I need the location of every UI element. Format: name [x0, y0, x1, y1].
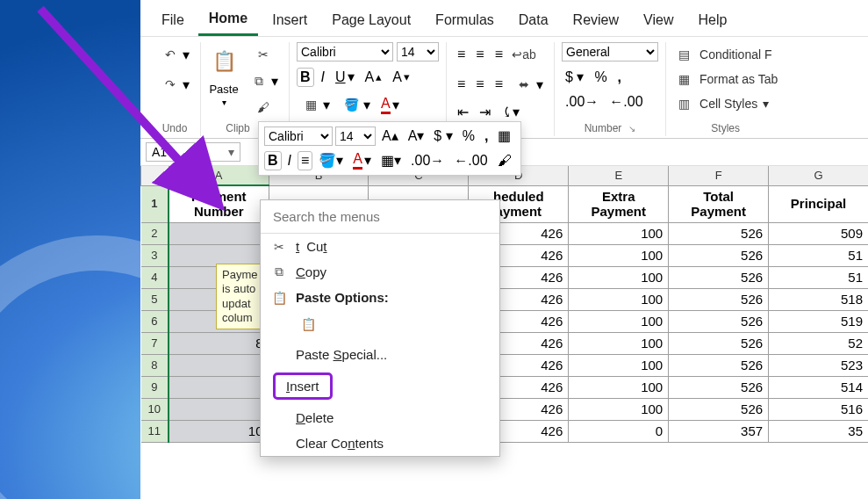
bold-button[interactable]: B [297, 68, 314, 87]
cell[interactable]: 514 [769, 376, 868, 398]
number-launcher-icon[interactable]: ↘ [628, 124, 635, 134]
menu-review[interactable]: Review [563, 7, 629, 35]
accounting-button[interactable]: $ ▾ [562, 67, 587, 87]
ctx-insert[interactable]: Insert [273, 372, 333, 400]
conditional-formatting-button[interactable]: ▤Conditional F [673, 44, 778, 65]
mini-comma[interactable]: , [481, 127, 491, 146]
mini-italic[interactable]: I [284, 151, 295, 170]
increase-indent-button[interactable]: ⇥ [476, 102, 494, 122]
ctx-paste-option-values[interactable]: 📋 [261, 310, 499, 342]
column-header-G[interactable]: G [769, 166, 868, 185]
cell[interactable]: 518 [769, 288, 868, 310]
undo-button[interactable]: ↶▾ [156, 42, 193, 67]
decrease-indent-button[interactable]: ⇤ [454, 102, 472, 122]
underline-button[interactable]: U ▾ [332, 67, 358, 87]
menu-page-layout[interactable]: Page Layout [321, 7, 421, 35]
align-top-button[interactable]: ≡ [454, 45, 469, 64]
cell[interactable] [169, 354, 269, 376]
row-header[interactable]: 7 [141, 332, 169, 354]
cell-styles-button[interactable]: ▥Cell Styles ▾ [673, 93, 778, 114]
cell[interactable]: 526 [669, 266, 769, 288]
mini-font-name[interactable]: Calibri [264, 127, 333, 146]
wrap-text-button[interactable]: ↩ab [510, 42, 538, 67]
cell[interactable]: 526 [669, 354, 769, 376]
cell[interactable]: 526 [669, 244, 769, 266]
cell[interactable] [169, 376, 269, 398]
column-header-A[interactable]: A [169, 166, 269, 185]
align-center-button[interactable]: ≡ [472, 75, 487, 94]
merge-center-button[interactable]: ⬌▾ [510, 72, 547, 97]
cell[interactable]: 526 [669, 398, 769, 420]
align-bottom-button[interactable]: ≡ [491, 45, 506, 64]
row-header[interactable]: 10 [141, 398, 169, 420]
increase-font-button[interactable]: A▴ [362, 68, 386, 87]
cell[interactable]: 519 [769, 310, 868, 332]
name-box[interactable]: A1 ▾ [146, 142, 240, 162]
cell[interactable]: PaymentNumber [169, 185, 269, 222]
cut-button[interactable]: ✂ [249, 42, 277, 67]
worksheet-grid[interactable]: A B C D E F G 1 PaymentNumber heduledaym… [140, 166, 868, 499]
format-painter-button[interactable]: 🖌 [249, 95, 277, 119]
cell[interactable]: 100 [569, 354, 669, 376]
comma-button[interactable]: , [614, 68, 625, 87]
ctx-cut[interactable]: ✂t CutCut [261, 234, 499, 259]
align-left-button[interactable]: ≡ [454, 75, 469, 94]
mini-fill-color[interactable]: 🪣▾ [315, 150, 347, 170]
row-header[interactable]: 9 [141, 376, 169, 398]
menu-insert[interactable]: Insert [262, 7, 318, 35]
number-format-combo[interactable]: General [562, 42, 658, 61]
cell[interactable]: 526 [669, 376, 769, 398]
increase-decimal-button[interactable]: .00→ [562, 92, 602, 112]
cell[interactable]: 523 [769, 354, 868, 376]
cell[interactable]: 52 [769, 332, 868, 354]
mini-increase-font[interactable]: A▴ [378, 126, 402, 146]
format-as-table-button[interactable]: ▦Format as Tab [673, 69, 778, 90]
mini-font-size[interactable]: 14 [335, 127, 376, 146]
cell[interactable]: ExtraPayment [569, 185, 669, 222]
menu-formulas[interactable]: Formulas [425, 7, 505, 35]
align-middle-button[interactable]: ≡ [472, 45, 487, 64]
fill-color-button[interactable]: 🪣▾ [337, 92, 374, 117]
borders-button[interactable]: ▦▾ [297, 92, 334, 117]
mini-accounting[interactable]: $ ▾ [430, 126, 456, 146]
cell[interactable]: 100 [569, 222, 669, 244]
cell[interactable]: 100 [569, 244, 669, 266]
menu-search-input[interactable] [261, 200, 499, 234]
column-header-E[interactable]: E [569, 166, 669, 185]
mini-percent[interactable]: % [459, 127, 478, 146]
cell[interactable]: 526 [669, 332, 769, 354]
ctx-paste-special[interactable]: Paste Special... [261, 342, 499, 367]
decrease-font-button[interactable]: A▾ [389, 68, 413, 87]
decrease-decimal-button[interactable]: ←.00 [606, 92, 646, 112]
font-color-button[interactable]: A▾ [377, 94, 403, 116]
cell[interactable]: 10 [169, 420, 269, 442]
row-header[interactable]: 6 [141, 310, 169, 332]
menu-home[interactable]: Home [198, 5, 258, 36]
percent-button[interactable]: % [591, 68, 610, 87]
menu-view[interactable]: View [633, 7, 684, 35]
cell[interactable]: 100 [569, 310, 669, 332]
ctx-clear-contents[interactable]: Clear Contents [261, 430, 499, 456]
mini-format-painter[interactable]: 🖌 [494, 151, 515, 170]
ctx-copy[interactable]: ⧉Copy [261, 259, 499, 285]
copy-button[interactable]: ⧉▾ [245, 69, 282, 93]
mini-decrease-decimal[interactable]: ←.00 [450, 151, 491, 170]
cell[interactable]: 526 [669, 222, 769, 244]
orientation-button[interactable]: ⤹▾ [498, 102, 523, 122]
cell[interactable]: TotalPayment [669, 185, 769, 222]
cell[interactable]: 8 [169, 332, 269, 354]
redo-button[interactable]: ↷▾ [156, 72, 193, 97]
cell[interactable]: 100 [569, 398, 669, 420]
cell[interactable]: 100 [569, 332, 669, 354]
ctx-delete[interactable]: Delete [261, 405, 499, 430]
menu-file[interactable]: File [151, 7, 195, 35]
select-all-corner[interactable] [141, 166, 169, 185]
cell[interactable]: 0 [569, 420, 669, 442]
cell[interactable]: 51 [769, 266, 868, 288]
font-size-combo[interactable]: 14 [397, 42, 439, 61]
cell[interactable] [169, 398, 269, 420]
row-header[interactable]: 4 [141, 266, 169, 288]
cell[interactable]: 51 [769, 244, 868, 266]
cell[interactable]: 526 [669, 310, 769, 332]
row-header[interactable]: 2 [141, 222, 169, 244]
